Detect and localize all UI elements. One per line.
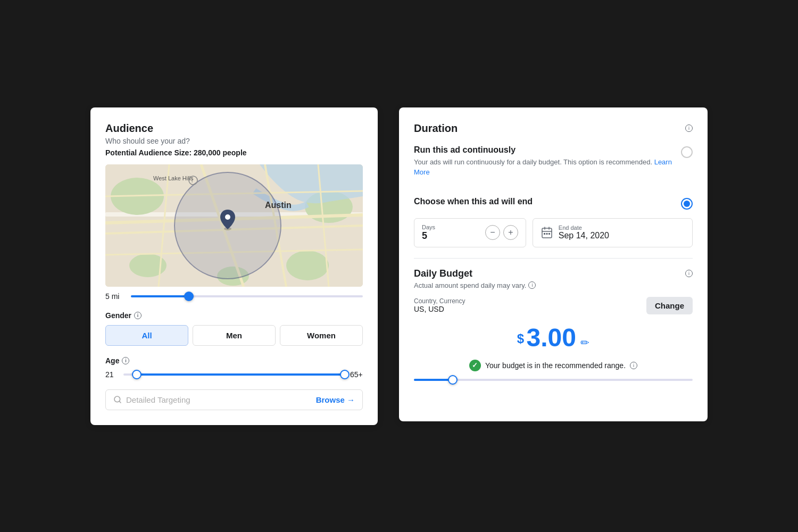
daily-budget-info-icon[interactable]: i: [685, 270, 693, 277]
svg-line-23: [119, 401, 121, 403]
age-label: Age i: [105, 356, 363, 365]
svg-rect-30: [548, 233, 550, 235]
budget-slider[interactable]: [414, 379, 693, 381]
audience-title: Audience: [105, 122, 363, 135]
age-info-icon[interactable]: i: [122, 357, 129, 364]
currency-info-label: Country, Currency: [414, 297, 465, 305]
browse-link[interactable]: Browse →: [316, 395, 355, 404]
gender-label: Gender i: [105, 311, 363, 320]
duration-info-icon[interactable]: i: [685, 124, 693, 132]
daily-budget-header: Daily Budget i: [414, 268, 693, 279]
gender-info-icon[interactable]: i: [134, 312, 142, 319]
duration-inputs: Days 5 − + End: [414, 218, 693, 247]
choose-end-radio[interactable]: [681, 198, 693, 210]
days-decrement-button[interactable]: −: [485, 225, 500, 240]
targeting-placeholder: Detailed Targeting: [126, 395, 312, 404]
days-increment-button[interactable]: +: [503, 225, 518, 240]
recommended-text: Your budget is in the recommended range.: [485, 361, 626, 370]
map-container: Austin West Lake Hills i: [105, 164, 363, 287]
run-continuously-row: Run this ad continuously Your ads will r…: [414, 145, 693, 187]
daily-budget-title: Daily Budget: [414, 268, 472, 279]
svg-text:West Lake Hills: West Lake Hills: [153, 175, 194, 181]
gender-men-button[interactable]: Men: [193, 325, 276, 346]
audience-subtitle: Who should see your ad?: [105, 137, 363, 145]
budget-dollar-sign: $: [517, 331, 524, 345]
currency-info-value: US, USD: [414, 305, 465, 313]
run-continuously-label: Run this ad continuously: [414, 145, 681, 155]
days-value: 5: [422, 230, 480, 242]
age-max-label: 65+: [350, 370, 363, 379]
duration-panel: Duration i Run this ad continuously Your…: [399, 107, 708, 421]
budget-amount-row: $ 3.00 ✏: [414, 323, 693, 352]
age-range-row: 21 65+: [105, 370, 363, 379]
divider: [414, 258, 693, 259]
age-min-label: 21: [105, 370, 118, 379]
end-date-label: End date: [559, 225, 609, 231]
daily-budget-subtitle: Actual amount spend daily may vary. i: [414, 281, 693, 289]
duration-title: Duration: [414, 122, 458, 135]
gender-women-button[interactable]: Women: [280, 325, 363, 346]
check-circle-icon: ✓: [469, 360, 481, 371]
change-currency-button[interactable]: Change: [646, 297, 693, 314]
choose-end-label: Choose when this ad will end: [414, 197, 681, 206]
svg-point-4: [286, 251, 329, 280]
end-date-value: Sep 14, 2020: [559, 231, 609, 240]
gender-buttons: All Men Women: [105, 325, 363, 346]
budget-amount-value: 3.00: [526, 323, 576, 352]
search-icon: [113, 395, 122, 404]
duration-header: Duration i: [414, 122, 693, 135]
svg-point-21: [225, 214, 230, 220]
radius-label: 5 mi: [105, 292, 124, 301]
recommended-info-icon[interactable]: i: [630, 362, 637, 369]
svg-text:Austin: Austin: [265, 201, 292, 210]
recommended-row: ✓ Your budget is in the recommended rang…: [414, 360, 693, 371]
svg-text:i: i: [192, 178, 193, 184]
svg-rect-29: [546, 233, 547, 235]
radius-row: 5 mi: [105, 292, 363, 301]
radius-slider-track[interactable]: [131, 295, 363, 297]
map-svg: Austin West Lake Hills i: [105, 164, 363, 287]
gender-all-button[interactable]: All: [105, 325, 188, 346]
potential-audience: Potential Audience Size: 280,000 people: [105, 148, 363, 157]
days-label: Days: [422, 224, 480, 230]
currency-row: Country, Currency US, USD Change: [414, 297, 693, 314]
svg-rect-28: [544, 233, 545, 235]
days-box[interactable]: Days 5 − +: [414, 218, 526, 247]
edit-budget-icon[interactable]: ✏: [580, 337, 589, 348]
calendar-icon: [541, 226, 553, 239]
run-continuously-radio[interactable]: [681, 146, 693, 158]
audience-panel: Audience Who should see your ad? Potenti…: [90, 107, 378, 425]
detailed-targeting-search[interactable]: Detailed Targeting Browse →: [105, 389, 363, 410]
choose-end-row: Choose when this ad will end: [414, 197, 693, 210]
daily-budget-subtitle-icon[interactable]: i: [528, 281, 536, 289]
end-date-box[interactable]: End date Sep 14, 2020: [533, 218, 693, 247]
run-continuously-desc: Your ads will run continuously for a dai…: [414, 157, 681, 178]
age-slider[interactable]: [123, 373, 345, 376]
